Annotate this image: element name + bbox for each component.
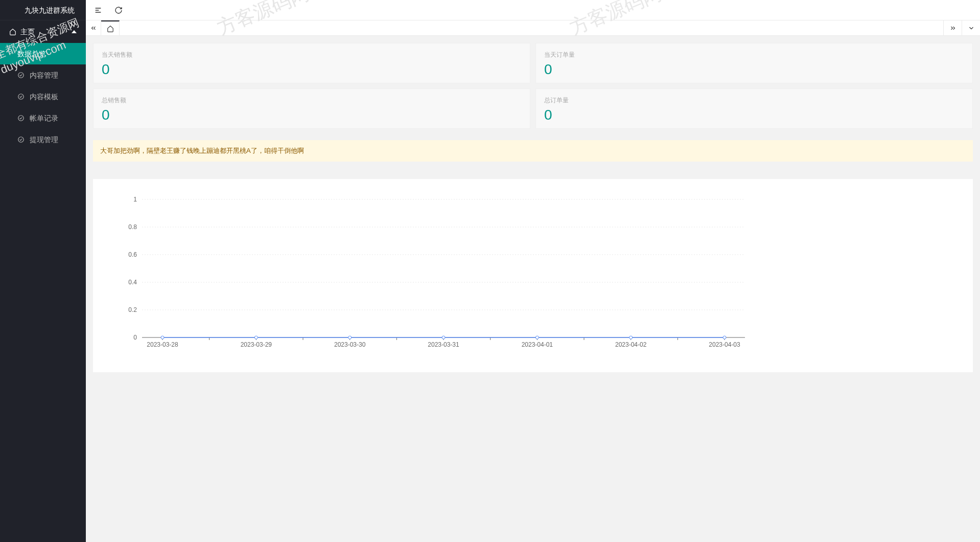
app-title: 九块九进群系统 [0,0,86,20]
svg-text:2023-03-29: 2023-03-29 [241,341,272,348]
svg-point-0 [18,73,24,78]
svg-text:2023-04-01: 2023-04-01 [522,341,553,348]
nav-item-label: 提现管理 [30,129,58,150]
refresh-icon [114,6,123,14]
stat-label: 总销售额 [102,96,522,105]
home-icon [107,25,114,32]
sidebar-item-content-manage[interactable]: 内容管理 [0,64,86,86]
caret-up-icon [72,30,77,33]
stat-card-today-orders: 当天订单量 0 [535,43,973,83]
sidebar-item-withdraw-manage[interactable]: 提现管理 [0,129,86,150]
stat-card-today-sales: 当天销售额 0 [93,43,530,83]
tab-more-button[interactable] [962,20,980,35]
svg-text:2023-03-31: 2023-03-31 [428,341,459,348]
tab-scroll-left[interactable] [86,20,101,35]
sidebar-nav: 主页 数据总览 内容管理 内容模板 帐单记录 提现管理 [0,20,86,150]
stat-value: 0 [102,62,522,77]
checkmark-icon [17,93,25,100]
topbar [86,0,980,20]
stat-value: 0 [544,62,964,77]
stat-label: 当天订单量 [544,51,964,59]
line-chart: 00.20.40.60.812023-03-282023-03-292023-0… [106,194,960,353]
sidebar: 九块九进群系统 主页 数据总览 内容管理 内容模板 [0,0,86,542]
svg-text:1: 1 [133,196,137,203]
svg-point-3 [18,137,24,143]
svg-point-36 [161,336,164,339]
svg-text:0.2: 0.2 [128,306,137,313]
sidebar-item-billing-records[interactable]: 帐单记录 [0,107,86,129]
stat-value: 0 [544,108,964,122]
checkmark-icon [17,115,25,122]
stat-label: 当天销售额 [102,51,522,59]
stats-grid: 当天销售额 0 当天订单量 0 总销售额 0 总订单量 0 [93,43,973,129]
content-area: 当天销售额 0 当天订单量 0 总销售额 0 总订单量 0 大哥加把劲啊，隔壁老… [86,36,980,542]
svg-text:0.6: 0.6 [128,251,137,258]
svg-point-40 [535,336,539,339]
main-area: 当天销售额 0 当天订单量 0 总销售额 0 总订单量 0 大哥加把劲啊，隔壁老… [86,0,980,542]
nav-item-label: 数据总览 [17,43,46,64]
svg-text:2023-03-30: 2023-03-30 [334,341,366,348]
svg-text:0.8: 0.8 [128,223,137,231]
stat-card-total-sales: 总销售额 0 [93,88,530,129]
chevron-double-right-icon [949,25,956,32]
menu-fold-icon [94,6,102,14]
svg-text:2023-04-03: 2023-04-03 [709,341,740,348]
collapse-sidebar-button[interactable] [93,5,103,15]
svg-point-41 [629,336,633,339]
tabbar [86,20,980,36]
svg-point-1 [18,94,24,100]
chart-svg: 00.20.40.60.812023-03-282023-03-292023-0… [106,194,760,353]
svg-point-2 [18,116,24,121]
chart-panel: 00.20.40.60.812023-03-282023-03-292023-0… [93,179,973,372]
stat-value: 0 [102,108,522,122]
svg-text:2023-03-28: 2023-03-28 [147,341,178,348]
svg-point-39 [442,336,445,339]
stat-card-total-orders: 总订单量 0 [535,88,973,129]
stat-label: 总订单量 [544,96,964,105]
chevron-down-icon [968,25,975,32]
nav-item-label: 内容管理 [30,64,58,86]
sidebar-item-content-template[interactable]: 内容模板 [0,86,86,107]
svg-text:0: 0 [133,334,137,341]
sidebar-item-overview[interactable]: 数据总览 [0,43,86,64]
svg-point-42 [723,336,726,339]
tab-home[interactable] [101,20,120,35]
checkmark-icon [17,72,25,79]
svg-point-38 [348,336,352,339]
home-icon [9,28,16,35]
notice-banner: 大哥加把劲啊，隔壁老王赚了钱晚上蹦迪都开黑桃A了，咱得干倒他啊 [93,140,973,162]
nav-item-label: 内容模板 [30,86,58,107]
tab-scroll-right[interactable] [943,20,962,35]
svg-point-37 [254,336,258,339]
checkmark-icon [17,136,25,143]
nav-group-home[interactable]: 主页 [0,20,86,43]
svg-text:0.4: 0.4 [128,279,137,286]
refresh-button[interactable] [113,5,124,15]
chevron-double-left-icon [90,25,97,32]
nav-item-label: 帐单记录 [30,107,58,129]
svg-text:2023-04-02: 2023-04-02 [615,341,647,348]
nav-group-label: 主页 [20,20,35,43]
